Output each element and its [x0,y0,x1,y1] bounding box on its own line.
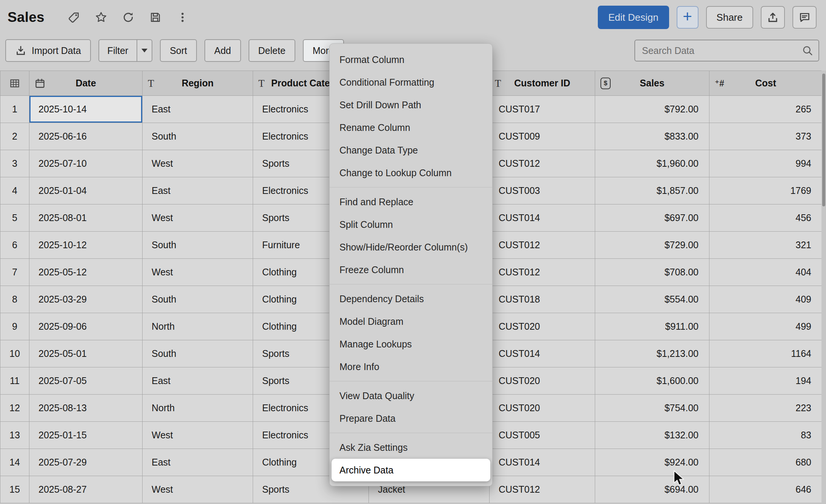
cell-date[interactable]: 2025-08-01 [29,204,143,232]
add-button[interactable]: Add [204,39,241,62]
menu-item-prepare-data[interactable]: Prepare Data [330,407,492,430]
cell-date[interactable]: 2025-03-29 [29,286,143,313]
cell-customer-id[interactable]: CUST014 [490,340,595,367]
cell-date[interactable]: 2025-08-27 [29,476,143,503]
column-header-customer-id[interactable]: T Customer ID [490,71,595,96]
row-number[interactable]: 1 [0,96,29,123]
cell-sales[interactable]: $911.00 [595,313,709,340]
cell-cost[interactable]: 499 [709,313,822,340]
cell-customer-id[interactable]: CUST018 [490,286,595,313]
cell-date[interactable]: 2025-07-10 [29,150,143,177]
row-number[interactable]: 6 [0,232,29,259]
menu-item-change-to-lookup-column[interactable]: Change to Lookup Column [330,161,492,184]
cell-cost[interactable]: 646 [709,476,822,503]
column-header-rownum[interactable] [0,71,29,96]
cell-region[interactable]: North [143,313,253,340]
cell-sales[interactable]: $792.00 [595,96,709,123]
menu-item-manage-lookups[interactable]: Manage Lookups [330,333,492,355]
cell-date[interactable]: 2025-05-01 [29,340,143,367]
row-number[interactable]: 9 [0,313,29,340]
comment-button[interactable] [792,6,817,29]
row-number[interactable]: 15 [0,476,29,503]
cell-date[interactable]: 2025-10-12 [29,232,143,259]
tag-icon[interactable] [67,11,81,24]
row-number[interactable]: 12 [0,395,29,422]
cell-date[interactable]: 2025-10-14 [29,96,143,123]
cell-customer-id[interactable]: CUST012 [490,232,595,259]
row-number[interactable]: 4 [0,177,29,204]
cell-sales[interactable]: $1,600.00 [595,367,709,395]
cell-sales[interactable]: $697.00 [595,204,709,232]
column-header-date[interactable]: Date [29,71,143,96]
menu-item-change-data-type[interactable]: Change Data Type [330,139,492,161]
cell-customer-id[interactable]: CUST014 [490,449,595,476]
scrollbar-thumb[interactable] [822,74,825,206]
cell-sales[interactable]: $924.00 [595,449,709,476]
row-number[interactable]: 3 [0,150,29,177]
menu-item-set-drill-down-path[interactable]: Set Drill Down Path [330,94,492,116]
menu-item-conditional-formatting[interactable]: Conditional Formatting [330,71,492,94]
cell-sales[interactable]: $729.00 [595,232,709,259]
cell-region[interactable]: East [143,96,253,123]
menu-item-more-info[interactable]: More Info [330,355,492,378]
cell-customer-id[interactable]: CUST017 [490,96,595,123]
row-number[interactable]: 2 [0,123,29,150]
star-icon[interactable] [94,11,108,24]
cell-cost[interactable]: 265 [709,96,822,123]
menu-item-find-and-replace[interactable]: Find and Replace [330,191,492,213]
cell-date[interactable]: 2025-06-16 [29,123,143,150]
edit-design-button[interactable]: Edit Design [598,6,669,29]
menu-item-ask-zia-settings[interactable]: Ask Zia Settings [330,436,492,459]
cell-customer-id[interactable]: CUST012 [490,150,595,177]
cell-customer-id[interactable]: CUST020 [490,395,595,422]
cell-customer-id[interactable]: CUST014 [490,204,595,232]
cell-cost[interactable]: 404 [709,259,822,286]
share-button[interactable]: Share [706,6,753,29]
cell-sales[interactable]: $1,213.00 [595,340,709,367]
cell-cost[interactable]: 456 [709,204,822,232]
menu-item-split-column[interactable]: Split Column [330,213,492,236]
row-number[interactable]: 5 [0,204,29,232]
cell-cost[interactable]: 373 [709,123,822,150]
menu-item-show-hide-reorder-column-s[interactable]: Show/Hide/Reorder Column(s) [330,236,492,258]
cell-cost[interactable]: 83 [709,422,822,449]
search-input[interactable] [634,40,819,61]
cell-date[interactable]: 2025-01-04 [29,177,143,204]
column-header-cost[interactable]: ⁺# Cost [709,71,822,96]
sort-button[interactable]: Sort [160,39,197,62]
cell-date[interactable]: 2025-09-06 [29,313,143,340]
menu-item-model-diagram[interactable]: Model Diagram [330,310,492,333]
row-number[interactable]: 10 [0,340,29,367]
menu-item-archive-data[interactable]: Archive Data [332,459,490,481]
menu-item-freeze-column[interactable]: Freeze Column [330,258,492,281]
cell-region[interactable]: East [143,449,253,476]
menu-item-view-data-quality[interactable]: View Data Quality [330,384,492,407]
cell-date[interactable]: 2025-07-29 [29,449,143,476]
cell-customer-id[interactable]: CUST020 [490,367,595,395]
cell-sales[interactable]: $833.00 [595,123,709,150]
row-number[interactable]: 14 [0,449,29,476]
cell-region[interactable]: North [143,395,253,422]
filter-button[interactable]: Filter [98,39,153,62]
cell-region[interactable]: West [143,476,253,503]
cell-date[interactable]: 2025-05-12 [29,259,143,286]
cell-customer-id[interactable]: CUST009 [490,123,595,150]
cell-cost[interactable]: 1769 [709,177,822,204]
cell-region[interactable]: South [143,232,253,259]
cell-region[interactable]: West [143,204,253,232]
cell-date[interactable]: 2025-01-15 [29,422,143,449]
cell-sales[interactable]: $1,857.00 [595,177,709,204]
cell-customer-id[interactable]: CUST012 [490,259,595,286]
cell-region[interactable]: South [143,340,253,367]
add-new-button[interactable]: + [677,6,699,29]
vertical-scrollbar[interactable] [821,71,826,504]
cell-customer-id[interactable]: CUST012 [490,476,595,503]
row-number[interactable]: 8 [0,286,29,313]
export-button[interactable] [761,6,785,29]
cell-cost[interactable]: 1164 [709,340,822,367]
column-header-region[interactable]: T Region [143,71,253,96]
cell-customer-id[interactable]: CUST003 [490,177,595,204]
cell-customer-id[interactable]: CUST005 [490,422,595,449]
cell-date[interactable]: 2025-07-05 [29,367,143,395]
cell-sales[interactable]: $1,960.00 [595,150,709,177]
